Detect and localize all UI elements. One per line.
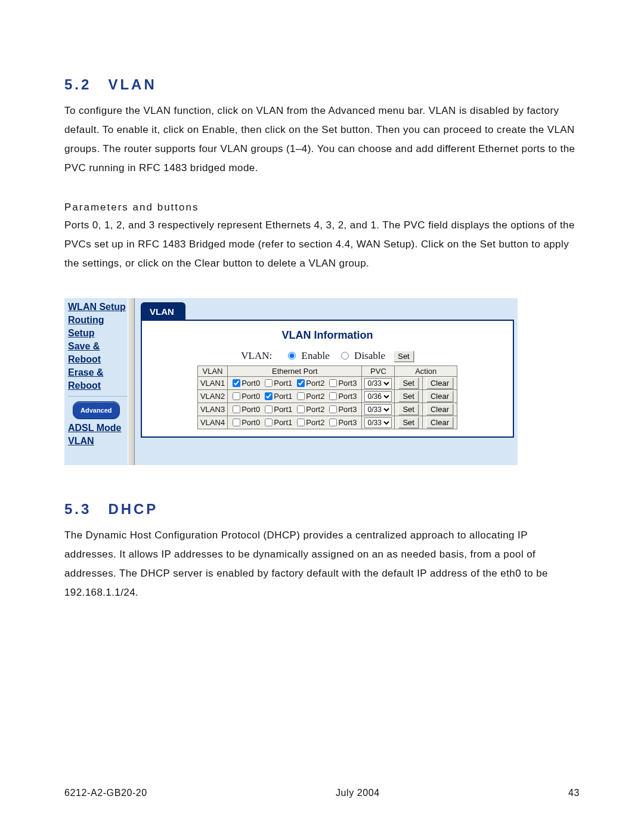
sidebar-item-adsl-mode[interactable]: ADSL Mode bbox=[68, 422, 128, 435]
section-5-3-heading: 5.3DHCP bbox=[64, 501, 580, 518]
port-checkbox[interactable] bbox=[297, 379, 305, 387]
table-row: VLAN2Port0Port1Port2Port30/36SetClear bbox=[197, 390, 457, 403]
port-checkbox[interactable] bbox=[329, 379, 337, 387]
row-clear-button[interactable]: Clear bbox=[426, 391, 453, 402]
vlan-disable-label: Disable bbox=[354, 350, 385, 361]
sidebar: WLAN Setup Routing Setup Save & Reboot E… bbox=[68, 301, 128, 448]
vlan-ports: Port0Port1Port2Port3 bbox=[228, 390, 362, 403]
port-label: Port1 bbox=[274, 392, 292, 401]
port-label: Port2 bbox=[306, 418, 324, 427]
col-action: Action bbox=[395, 366, 457, 377]
row-set-button[interactable]: Set bbox=[398, 404, 419, 415]
row-clear-button[interactable]: Clear bbox=[426, 417, 453, 428]
footer-date: July 2004 bbox=[336, 788, 380, 798]
panel-title: VLAN Information bbox=[145, 329, 509, 342]
vlan-enable-radio[interactable] bbox=[288, 352, 296, 360]
table-row: VLAN4Port0Port1Port2Port30/33SetClear bbox=[197, 416, 457, 429]
pvc-cell: 0/33 bbox=[362, 416, 395, 429]
port-checkbox[interactable] bbox=[265, 379, 273, 387]
col-vlan: VLAN bbox=[197, 366, 227, 377]
pvc-select[interactable]: 0/33 bbox=[364, 378, 392, 389]
vlan-table: VLAN Ethernet Port PVC Action VLAN1Port0… bbox=[197, 366, 457, 429]
port-label: Port3 bbox=[338, 392, 357, 401]
vlan-ports: Port0Port1Port2Port3 bbox=[228, 416, 362, 429]
port-checkbox[interactable] bbox=[265, 405, 273, 413]
port-label: Port2 bbox=[306, 392, 324, 401]
table-row: VLAN3Port0Port1Port2Port30/33SetClear bbox=[197, 403, 457, 416]
parameters-subhead: Parameters and buttons bbox=[64, 202, 580, 213]
vlan-ports: Port0Port1Port2Port3 bbox=[228, 403, 362, 416]
port-checkbox[interactable] bbox=[233, 405, 240, 413]
vlan-name: VLAN1 bbox=[197, 377, 227, 390]
row-set-button[interactable]: Set bbox=[398, 417, 419, 428]
pvc-cell: 0/36 bbox=[362, 390, 395, 403]
section-5-3-para: The Dynamic Host Configuration Protocol … bbox=[64, 526, 580, 602]
port-label: Port0 bbox=[242, 418, 260, 427]
vlan-label: VLAN: bbox=[241, 350, 272, 361]
section-5-2-heading: 5.2VLAN bbox=[64, 76, 580, 93]
page-footer: 6212-A2-GB20-20 July 2004 43 bbox=[64, 788, 580, 798]
port-label: Port1 bbox=[274, 418, 292, 427]
port-checkbox[interactable] bbox=[329, 392, 337, 400]
sidebar-item-wlan-setup[interactable]: WLAN Setup bbox=[68, 301, 128, 314]
table-row: VLAN1Port0Port1Port2Port30/33SetClear bbox=[197, 377, 457, 390]
router-ui-screenshot: WLAN Setup Routing Setup Save & Reboot E… bbox=[64, 298, 518, 465]
col-eth: Ethernet Port bbox=[228, 366, 362, 377]
vlan-disable-radio[interactable] bbox=[341, 352, 349, 360]
advanced-button[interactable]: Advanced bbox=[73, 401, 120, 419]
col-pvc: PVC bbox=[362, 366, 395, 377]
port-label: Port0 bbox=[242, 392, 260, 401]
port-label: Port1 bbox=[274, 405, 292, 414]
port-label: Port1 bbox=[274, 379, 292, 388]
port-checkbox[interactable] bbox=[297, 419, 305, 426]
pvc-cell: 0/33 bbox=[362, 403, 395, 416]
port-checkbox[interactable] bbox=[297, 405, 305, 413]
sidebar-scrollbar[interactable] bbox=[128, 298, 135, 465]
section-5-2-para2: Ports 0, 1, 2, and 3 respectively repres… bbox=[64, 216, 580, 273]
pvc-select[interactable]: 0/33 bbox=[364, 417, 392, 428]
port-label: Port2 bbox=[306, 379, 324, 388]
sidebar-item-save-reboot[interactable]: Save & Reboot bbox=[68, 340, 128, 366]
section-5-2-para1: To configure the VLAN function, click on… bbox=[64, 101, 580, 178]
sidebar-item-routing-setup[interactable]: Routing Setup bbox=[68, 314, 128, 340]
vlan-global-set-button[interactable]: Set bbox=[394, 351, 414, 362]
vlan-ports: Port0Port1Port2Port3 bbox=[228, 377, 362, 390]
port-label: Port3 bbox=[338, 405, 357, 414]
vlan-enable-label: Enable bbox=[302, 350, 330, 361]
port-checkbox[interactable] bbox=[297, 392, 305, 400]
tab-vlan[interactable]: VLAN bbox=[141, 302, 185, 320]
port-label: Port0 bbox=[242, 379, 260, 388]
port-checkbox[interactable] bbox=[233, 392, 240, 400]
footer-docid: 6212-A2-GB20-20 bbox=[64, 788, 147, 798]
port-label: Port3 bbox=[338, 418, 357, 427]
pvc-select[interactable]: 0/33 bbox=[364, 404, 392, 415]
sidebar-item-vlan[interactable]: VLAN bbox=[68, 435, 128, 448]
port-checkbox[interactable] bbox=[329, 419, 337, 426]
vlan-name: VLAN3 bbox=[197, 403, 227, 416]
port-checkbox[interactable] bbox=[329, 405, 337, 413]
port-checkbox[interactable] bbox=[233, 379, 240, 387]
vlan-name: VLAN4 bbox=[197, 416, 227, 429]
port-checkbox[interactable] bbox=[265, 392, 273, 400]
vlan-name: VLAN2 bbox=[197, 390, 227, 403]
sidebar-item-erase-reboot[interactable]: Erase & Reboot bbox=[68, 366, 128, 392]
port-checkbox[interactable] bbox=[233, 419, 240, 426]
pvc-cell: 0/33 bbox=[362, 377, 395, 390]
row-set-button[interactable]: Set bbox=[398, 377, 419, 389]
row-clear-button[interactable]: Clear bbox=[426, 377, 453, 389]
port-checkbox[interactable] bbox=[265, 419, 273, 426]
main-panel: VLAN VLAN Information VLAN: Enable Disab… bbox=[141, 302, 514, 462]
port-label: Port2 bbox=[306, 405, 324, 414]
port-label: Port3 bbox=[338, 379, 357, 388]
row-set-button[interactable]: Set bbox=[398, 391, 419, 402]
footer-page: 43 bbox=[568, 788, 580, 798]
vlan-enable-row: VLAN: Enable Disable Set bbox=[145, 350, 509, 362]
row-clear-button[interactable]: Clear bbox=[426, 404, 453, 415]
pvc-select[interactable]: 0/36 bbox=[364, 391, 392, 402]
port-label: Port0 bbox=[242, 405, 260, 414]
